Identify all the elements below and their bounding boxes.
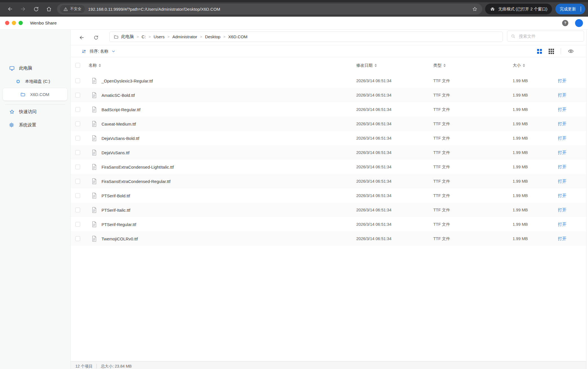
file-type: TTF 文件 bbox=[433, 164, 450, 169]
file-size: 1.99 MB bbox=[513, 136, 528, 140]
address-bar[interactable]: 不安全 192.168.0.11:9999/#/?path=C:/Users/A… bbox=[57, 4, 482, 14]
sidebar-item-local-disk-c[interactable]: 本地磁盘 (C:) bbox=[0, 76, 68, 87]
row-checkbox[interactable] bbox=[75, 136, 80, 140]
file-name: TwemojiCOLRv0.ttf bbox=[102, 236, 138, 241]
table-row[interactable]: FiraSansExtraCondensed-LightItalic.ttf 2… bbox=[71, 160, 586, 174]
file-document-icon bbox=[91, 164, 97, 170]
large-grid-view-button[interactable] bbox=[537, 49, 542, 54]
row-checkbox[interactable] bbox=[75, 93, 80, 97]
row-checkbox[interactable] bbox=[75, 193, 80, 198]
maximize-window-button[interactable] bbox=[19, 21, 23, 25]
breadcrumb-segment[interactable]: X6D.COM bbox=[228, 34, 247, 39]
open-file-link[interactable]: 打开 bbox=[558, 135, 566, 141]
help-button[interactable]: ? bbox=[562, 20, 568, 26]
row-checkbox[interactable] bbox=[75, 222, 80, 227]
browser-forward-button[interactable] bbox=[17, 3, 30, 15]
table-row[interactable]: FiraSansExtraCondensed-Regular.ttf 2026/… bbox=[71, 174, 586, 188]
security-warning-chip[interactable]: 不安全 bbox=[60, 5, 85, 13]
table-row[interactable]: TwemojiCOLRv0.ttf 2026/3/14 06:51:34 TTF… bbox=[71, 231, 586, 246]
sort-dropdown[interactable]: 排序: 名称 bbox=[81, 45, 116, 57]
open-file-link[interactable]: 打开 bbox=[558, 222, 566, 227]
gear-icon bbox=[8, 122, 15, 128]
small-grid-view-button[interactable] bbox=[549, 49, 554, 54]
sidebar-item-system-settings[interactable]: 系统设置 bbox=[0, 119, 68, 131]
sort-arrows-icon bbox=[375, 64, 377, 67]
column-header-label: 修改日期 bbox=[356, 63, 373, 68]
file-modified-date: 2026/3/14 06:51:34 bbox=[356, 222, 391, 227]
sidebar-item-quick-access[interactable]: 快速访问 bbox=[0, 106, 68, 117]
avatar[interactable] bbox=[575, 19, 583, 27]
column-header-date[interactable]: 修改日期 bbox=[356, 63, 377, 68]
breadcrumb-segment[interactable]: 此电脑 bbox=[121, 34, 134, 39]
row-checkbox[interactable] bbox=[75, 164, 80, 169]
file-type: TTF 文件 bbox=[433, 78, 450, 83]
open-file-link[interactable]: 打开 bbox=[558, 178, 566, 184]
row-checkbox[interactable] bbox=[75, 179, 80, 184]
open-file-link[interactable]: 打开 bbox=[558, 107, 566, 112]
table-row[interactable]: PTSerif-Regular.ttf 2026/3/14 06:51:34 T… bbox=[71, 217, 586, 231]
open-file-link[interactable]: 打开 bbox=[558, 78, 566, 83]
browser-reload-button[interactable] bbox=[30, 3, 42, 15]
file-name: PTSerif-Italic.ttf bbox=[102, 207, 130, 212]
bookmark-button[interactable] bbox=[472, 6, 478, 12]
column-header-type[interactable]: 类型 bbox=[433, 63, 446, 68]
browser-menu-icon[interactable] bbox=[579, 7, 583, 12]
row-checkbox[interactable] bbox=[75, 150, 80, 155]
browser-home-button[interactable] bbox=[42, 3, 55, 15]
select-all-checkbox[interactable] bbox=[75, 63, 80, 68]
breadcrumb[interactable]: 此电脑>C:>Users>Administrator>Desktop>X6D.C… bbox=[109, 32, 503, 42]
close-window-button[interactable] bbox=[5, 21, 9, 25]
row-checkbox[interactable] bbox=[75, 78, 80, 83]
search-box[interactable] bbox=[507, 31, 584, 42]
open-file-link[interactable]: 打开 bbox=[558, 207, 566, 213]
open-file-link[interactable]: 打开 bbox=[558, 121, 566, 126]
breadcrumb-segment[interactable]: Desktop bbox=[205, 34, 220, 39]
file-document-icon bbox=[91, 221, 97, 228]
minimize-window-button[interactable] bbox=[12, 21, 16, 25]
open-file-link[interactable]: 打开 bbox=[558, 150, 566, 155]
open-file-link[interactable]: 打开 bbox=[558, 236, 566, 241]
browser-back-button[interactable] bbox=[4, 3, 17, 15]
refresh-button[interactable] bbox=[91, 33, 101, 42]
browser-toolbar: 不安全 192.168.0.11:9999/#/?path=C:/Users/A… bbox=[0, 0, 588, 17]
sidebar-item-this-pc[interactable]: 此电脑 bbox=[0, 62, 68, 74]
row-checkbox[interactable] bbox=[75, 207, 80, 212]
incognito-badge[interactable]: 无痕模式 (已打开 2 个窗口) bbox=[485, 4, 552, 14]
sidebar-item-x6d-com-selected[interactable]: X6D.COM bbox=[3, 88, 67, 100]
eye-icon[interactable] bbox=[568, 48, 574, 54]
row-checkbox[interactable] bbox=[75, 236, 80, 241]
navigate-back-button[interactable] bbox=[77, 33, 86, 42]
table-row[interactable]: Caveat-Medium.ttf 2026/3/14 06:51:34 TTF… bbox=[71, 117, 586, 131]
sidebar-item-label: 系统设置 bbox=[19, 122, 36, 128]
breadcrumb-segment[interactable]: C: bbox=[142, 34, 146, 39]
table-row[interactable]: PTSerif-Bold.ttf 2026/3/14 06:51:34 TTF … bbox=[71, 188, 586, 203]
incognito-label: 无痕模式 (已打开 2 个窗口) bbox=[498, 6, 548, 12]
table-row[interactable]: BadScript-Regular.ttf 2026/3/14 06:51:34… bbox=[71, 102, 586, 117]
finish-update-button[interactable]: 完成更新 bbox=[555, 4, 585, 14]
view-options bbox=[537, 45, 574, 57]
file-name: Caveat-Medium.ttf bbox=[102, 121, 136, 126]
breadcrumb-segment[interactable]: Administrator bbox=[172, 34, 197, 39]
open-file-link[interactable]: 打开 bbox=[558, 164, 566, 169]
table-row[interactable]: _OpenDyslexic3-Regular.ttf 2026/3/14 06:… bbox=[71, 73, 586, 88]
forward-arrow-icon bbox=[20, 6, 26, 12]
column-header-size[interactable]: 大小 bbox=[513, 63, 525, 68]
table-row[interactable]: DejaVuSans.ttf 2026/3/14 06:51:34 TTF 文件… bbox=[71, 145, 586, 160]
table-row[interactable]: DejaVuSans-Bold.ttf 2026/3/14 06:51:34 T… bbox=[71, 131, 586, 145]
breadcrumb-separator: > bbox=[136, 35, 139, 39]
open-file-link[interactable]: 打开 bbox=[558, 92, 566, 98]
table-row[interactable]: PTSerif-Italic.ttf 2026/3/14 06:51:34 TT… bbox=[71, 203, 586, 217]
row-checkbox[interactable] bbox=[75, 107, 80, 112]
sidebar-item-label: 本地磁盘 (C:) bbox=[25, 79, 50, 84]
url-text[interactable]: 192.168.0.11:9999/#/?path=C:/Users/Admin… bbox=[88, 7, 470, 12]
file-name: DejaVuSans-Bold.ttf bbox=[102, 136, 139, 140]
open-file-link[interactable]: 打开 bbox=[558, 193, 566, 198]
breadcrumb-segment[interactable]: Users bbox=[154, 34, 165, 39]
column-header-name[interactable]: 名称 bbox=[89, 63, 101, 68]
file-document-icon bbox=[91, 92, 97, 99]
total-size: 总大小: 23.84 MB bbox=[101, 364, 132, 369]
sort-toolbar: 排序: 名称 bbox=[71, 45, 586, 57]
table-row[interactable]: AmaticSC-Bold.ttf 2026/3/14 06:51:34 TTF… bbox=[71, 88, 586, 102]
row-checkbox[interactable] bbox=[75, 121, 80, 126]
search-input[interactable] bbox=[518, 33, 580, 39]
